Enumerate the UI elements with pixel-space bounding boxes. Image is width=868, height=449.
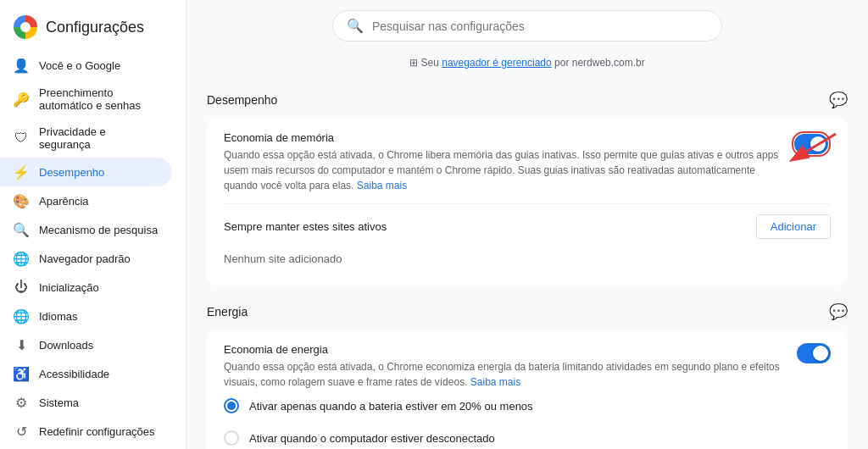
search-icon: 🔍 [347, 18, 364, 34]
sidebar-icon-downloads: ⬇ [14, 337, 29, 352]
economia-memoria-row: Economia de memória Quando essa opção es… [224, 131, 831, 193]
managed-text-after: por nerdweb.com.br [554, 57, 645, 69]
radio-label-battery-disconnect: Ativar quando o computador estiver desco… [249, 432, 495, 445]
sidebar-item-redefinir[interactable]: ↺ Redefinir configurações [0, 417, 172, 446]
sidebar-header: Configurações [0, 7, 186, 51]
sidebar-icon-desempenho: ⚡ [14, 164, 29, 180]
sidebar-item-acessibilidade[interactable]: ♿ Acessibilidade [0, 359, 172, 388]
sidebar-icon-voce-google: 👤 [14, 58, 29, 73]
chrome-logo [14, 15, 37, 39]
energia-section-header: Energia 💬 [207, 289, 848, 330]
sidebar-label-voce-google: Você e o Google [39, 59, 120, 72]
sidebar-icon-privacidade: 🛡 [14, 130, 29, 146]
energia-card: Economia de energia Quando essa opção es… [207, 330, 848, 449]
economia-energia-row: Economia de energia Quando essa opção es… [224, 343, 831, 390]
sidebar-label-downloads: Downloads [39, 339, 93, 352]
sidebar: Configurações 👤 Você e o Google 🔑 Preenc… [0, 0, 186, 449]
economia-memoria-toggle[interactable] [794, 134, 828, 154]
toggle-knob [810, 136, 826, 152]
sidebar-item-idiomas[interactable]: 🌐 Idiomas [0, 302, 172, 330]
sidebar-item-voce-google[interactable]: 👤 Você e o Google [0, 51, 172, 80]
sidebar-icon-mecanismo: 🔍 [14, 222, 29, 237]
economia-memoria-name: Economia de memória [224, 131, 782, 144]
managed-text-before: Seu [421, 57, 442, 69]
desempenho-title: Desempenho [207, 93, 277, 107]
sidebar-icon-idiomas: 🌐 [14, 308, 29, 324]
sidebar-label-acessibilidade: Acessibilidade [39, 368, 109, 380]
main-content: 🔍 ⊞ Seu navegador é gerenciado por nerdw… [186, 0, 868, 449]
radio-label-battery-20: Ativar apenas quando a bateria estiver e… [249, 400, 533, 413]
sidebar-icon-acessibilidade: ♿ [14, 366, 29, 381]
sidebar-item-navegador-padrao[interactable]: 🌐 Navegador padrão [0, 244, 172, 273]
sidebar-label-idiomas: Idiomas [39, 310, 78, 323]
sidebar-label-redefinir: Redefinir configurações [39, 425, 155, 438]
economia-energia-text: Economia de energia Quando essa opção es… [224, 343, 787, 390]
sidebar-item-preenchimento[interactable]: 🔑 Preenchimento automático e senhas [0, 80, 172, 119]
sidebar-label-sistema: Sistema [39, 396, 79, 409]
radio-options: Ativar apenas quando a bateria estiver e… [224, 390, 831, 449]
economia-memoria-desc: Quando essa opção está ativada, o Chrome… [224, 147, 782, 193]
sidebar-icon-redefinir: ↺ [14, 424, 29, 439]
sidebar-label-aparencia: Aparência [39, 195, 89, 208]
economia-energia-desc: Quando essa opção está ativada, o Chrome… [224, 359, 787, 390]
sidebar-item-desempenho[interactable]: ⚡ Desempenho [0, 158, 172, 186]
desempenho-feedback-icon[interactable]: 💬 [829, 91, 848, 109]
desempenho-card: Economia de memória Quando essa opção es… [207, 118, 848, 285]
search-input[interactable] [372, 19, 708, 33]
memoria-toggle-highlight [792, 131, 831, 157]
sidebar-item-sistema[interactable]: ⚙ Sistema [0, 388, 172, 417]
economia-energia-toggle[interactable] [797, 343, 831, 363]
search-bar: 🔍 [332, 10, 722, 42]
sidebar-icon-aparencia: 🎨 [14, 193, 29, 208]
economia-memoria-desc-text: Quando essa opção está ativada, o Chrome… [224, 149, 778, 191]
always-active-label: Sempre manter estes sites ativos [224, 220, 387, 233]
radio-circle-battery-disconnect[interactable] [224, 430, 239, 446]
sidebar-item-privacidade[interactable]: 🛡 Privacidade e segurança [0, 119, 172, 158]
radio-option-battery-20[interactable]: Ativar apenas quando a bateria estiver e… [224, 390, 831, 422]
always-active-row: Sempre manter estes sites ativos Adicion… [224, 203, 831, 246]
sidebar-item-mecanismo[interactable]: 🔍 Mecanismo de pesquisa [0, 215, 172, 244]
economia-memoria-text: Economia de memória Quando essa opção es… [224, 131, 782, 193]
sidebar-nav: 👤 Você e o Google 🔑 Preenchimento automá… [0, 51, 186, 446]
sidebar-label-privacidade: Privacidade e segurança [39, 125, 159, 151]
sidebar-label-navegador-padrao: Navegador padrão [39, 252, 131, 265]
managed-banner: ⊞ Seu navegador é gerenciado por nerdweb… [186, 52, 868, 77]
add-site-button[interactable]: Adicionar [756, 214, 831, 239]
sidebar-label-preenchimento: Preenchimento automático e senhas [39, 86, 159, 112]
energia-toggle-knob [813, 346, 828, 361]
economia-energia-link[interactable]: Saiba mais [470, 376, 520, 388]
search-bar-wrapper: 🔍 [186, 0, 868, 52]
energia-feedback-icon[interactable]: 💬 [829, 302, 848, 321]
sidebar-label-desempenho: Desempenho [39, 166, 104, 179]
sidebar-icon-inicializacao: ⏻ [14, 280, 29, 295]
sidebar-label-inicializacao: Inicialização [39, 281, 99, 294]
sidebar-item-aparencia[interactable]: 🎨 Aparência [0, 186, 172, 215]
managed-icon: ⊞ [409, 57, 418, 69]
economia-energia-name: Economia de energia [224, 343, 787, 356]
economia-memoria-link[interactable]: Saiba mais [357, 180, 407, 191]
sidebar-icon-navegador-padrao: 🌐 [14, 251, 29, 266]
content-area: Desempenho 💬 Economia de memória Quando … [186, 77, 868, 449]
sidebar-item-downloads[interactable]: ⬇ Downloads [0, 330, 172, 359]
sidebar-icon-sistema: ⚙ [14, 395, 29, 410]
desempenho-section-header: Desempenho 💬 [207, 77, 848, 118]
energia-title: Energia [207, 305, 248, 319]
sidebar-label-mecanismo: Mecanismo de pesquisa [39, 224, 158, 236]
no-sites-text: Nenhum site adicionado [224, 246, 831, 272]
app-title: Configurações [46, 19, 144, 36]
sidebar-item-inicializacao[interactable]: ⏻ Inicialização [0, 273, 172, 302]
radio-option-battery-disconnect[interactable]: Ativar quando o computador estiver desco… [224, 422, 831, 449]
radio-circle-battery-20[interactable] [224, 398, 239, 413]
managed-link[interactable]: navegador é gerenciado [442, 57, 551, 69]
sidebar-icon-preenchimento: 🔑 [14, 91, 29, 107]
